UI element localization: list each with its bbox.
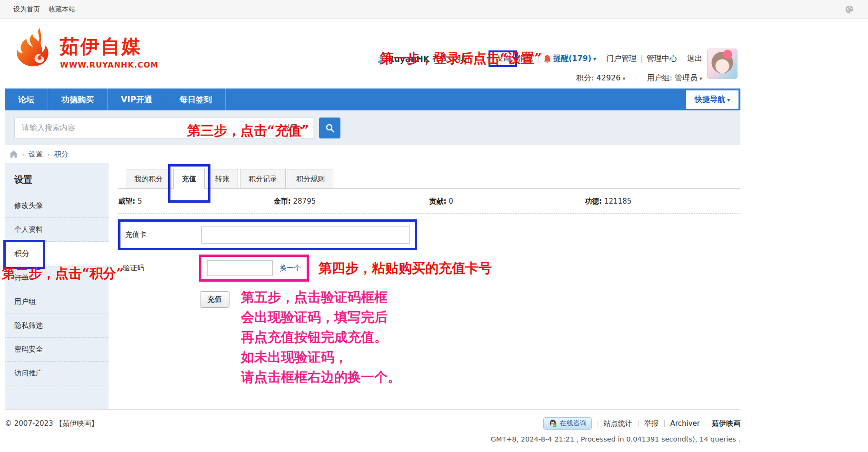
sidebar-item-orders[interactable]: 订单 [5, 266, 109, 290]
search-box: 帖子 [14, 118, 313, 138]
annotation-step5: 第五步，点击验证码框框 会出现验证码，填写完后 再点充值按钮完成充值。 如未出现… [241, 287, 401, 387]
logo-url: WWW.RUYANHK.COM [60, 60, 159, 69]
main-nav: 论坛 功德购买 VIP开通 每日签到 快捷导航 [5, 88, 740, 110]
sidebar-item-promotion[interactable]: 访问推广 [5, 362, 109, 385]
settings-link[interactable]: 设置 [489, 50, 517, 67]
submit-row: 充值 第五步，点击验证码框框 会出现验证码，填写完后 再点充值按钮完成充值。 如… [118, 291, 740, 387]
online-status: 在线 [432, 54, 448, 64]
sidebar-item-label: 积分 [14, 249, 30, 258]
site-header: 茹伊自媒 WWW.RUYANHK.COM RuyanHK 在线 我的 设置 消息… [5, 19, 740, 88]
sidebar-item-password-security[interactable]: 密码安全 [5, 338, 109, 362]
divider [452, 55, 453, 63]
stat-value: 28795 [293, 197, 316, 206]
annotation-step5-line: 第五步，点击验证码框框 [241, 287, 401, 307]
sidebar-item-avatar[interactable]: 修改头像 [5, 194, 109, 218]
credit-stats: 威望: 5 金币: 28795 贡献: 0 功德: 121185 [118, 189, 740, 214]
bookmark-site-link[interactable]: 收藏本站 [49, 5, 75, 14]
usergroup-menu[interactable]: 用户组: 管理员 [647, 73, 702, 83]
tab-credit-log[interactable]: 积分记录 [240, 169, 286, 189]
divider [638, 420, 639, 427]
admin-center-link[interactable]: 管理中心 [647, 54, 677, 64]
settings-sidebar: 设置 修改头像 个人资料 积分 订单 用户组 隐私筛选 密码安全 访问推广 [5, 163, 109, 409]
credits-menu[interactable]: 积分: 42926 [576, 73, 625, 83]
breadcrumb-separator: › [22, 151, 24, 158]
recharge-submit-button[interactable]: 充值 [200, 291, 229, 308]
stat-label: 威望: [118, 197, 135, 206]
sidebar-item-profile[interactable]: 个人资料 [5, 218, 109, 242]
sidebar-item-usergroup[interactable]: 用户组 [5, 290, 109, 314]
breadcrumb-settings[interactable]: 设置 [29, 150, 43, 159]
captcha-input[interactable] [207, 260, 273, 276]
stat-merit: 功德: 121185 [585, 197, 740, 206]
annotation-step5-line: 如未出现验证码， [241, 347, 401, 367]
stat-label: 功德: [585, 197, 602, 206]
annotation-step5-line: 会出现验证码，填写完后 [241, 307, 401, 327]
tab-my-credits[interactable]: 我的积分 [126, 169, 171, 189]
footer-links: 在线咨询 站点统计 举报 Archiver 茹伊映画 [543, 417, 740, 430]
tab-transfer[interactable]: 转账 [207, 169, 238, 189]
change-captcha-link[interactable]: 换一个 [279, 264, 301, 273]
stat-value: 121185 [604, 197, 631, 206]
search-button[interactable] [319, 118, 340, 138]
breadcrumb: › 设置 › 积分 [5, 145, 740, 163]
stat-value: 5 [138, 197, 142, 206]
report-link[interactable]: 举报 [644, 419, 658, 428]
nav-item-merit-shop[interactable]: 功德购买 [48, 88, 108, 110]
stat-label: 金币: [274, 197, 291, 206]
divider [482, 55, 483, 63]
logo-title: 茹伊自媒 [60, 33, 159, 59]
stat-label: 贡献: [429, 197, 447, 206]
nav-item-forum[interactable]: 论坛 [5, 88, 48, 110]
annotation-step5-line: 请点击框框右边的换一个。 [241, 367, 401, 387]
tab-recharge[interactable]: 充值 [173, 169, 205, 189]
search-icon [325, 123, 335, 133]
nav-item-vip[interactable]: VIP开通 [108, 88, 166, 110]
recharge-card-label: 充值卡 [125, 230, 201, 239]
tab-credit-rules[interactable]: 积分规则 [288, 169, 333, 189]
footer-brand-link[interactable]: 茹伊映画 [712, 419, 740, 428]
site-logo[interactable]: 茹伊自媒 WWW.RUYANHK.COM [15, 26, 159, 77]
messages-link[interactable]: 消息 [518, 54, 533, 64]
online-service-badge[interactable]: 在线咨询 [543, 417, 592, 430]
footer: © 2007-2023 【茹伊映画】 在线咨询 站点统计 举报 Archive [5, 409, 740, 443]
stat-prestige: 威望: 5 [118, 197, 274, 206]
divider [664, 420, 665, 427]
site-stats-link[interactable]: 站点统计 [604, 419, 632, 428]
logout-link[interactable]: 退出 [687, 54, 702, 64]
breadcrumb-credits[interactable]: 积分 [54, 150, 68, 159]
annotation-step5-line: 再点充值按钮完成充值。 [241, 327, 401, 347]
nav-item-daily-signin[interactable]: 每日签到 [166, 88, 226, 110]
search-type-select[interactable]: 帖子 [273, 118, 313, 138]
set-homepage-link[interactable]: 设为首页 [13, 5, 40, 14]
breadcrumb-separator: › [47, 151, 50, 158]
credits-content: 我的积分 充值 转账 积分记录 积分规则 威望: 5 金币: 28795 贡献:… [109, 163, 740, 409]
portal-admin-link[interactable]: 门户管理 [606, 54, 637, 64]
sidebar-item-privacy[interactable]: 隐私筛选 [5, 314, 109, 338]
divider [598, 420, 598, 427]
divider [682, 55, 682, 63]
divider [538, 55, 539, 63]
qq-service-icon [549, 419, 557, 428]
sidebar-title: 设置 [5, 163, 109, 194]
notifications-link[interactable]: 提醒(179) [553, 54, 596, 64]
my-menu[interactable]: 我的 [458, 54, 478, 64]
divider [601, 55, 601, 63]
sidebar-item-credits[interactable]: 积分 [5, 242, 109, 266]
quick-nav-button[interactable]: 快捷导航 [686, 90, 738, 109]
search-input[interactable] [15, 124, 273, 132]
username[interactable]: RuyanHK [388, 54, 429, 64]
credits-tabs: 我的积分 充值 转账 积分记录 积分规则 [118, 169, 740, 189]
archiver-link[interactable]: Archiver [670, 419, 700, 428]
avatar[interactable] [707, 49, 738, 79]
credit-toolbar: 积分: 42926 用户组: 管理员 [576, 73, 702, 83]
annotation-box-captcha: 换一个 [199, 255, 309, 282]
user-icon [377, 55, 386, 63]
recharge-card-input[interactable] [201, 226, 410, 244]
stat-value: 0 [449, 197, 453, 206]
stat-gold: 金币: 28795 [274, 197, 429, 206]
captcha-label: 验证码 [118, 264, 199, 273]
top-utility-bar: 设为首页 收藏本站 [0, 0, 868, 19]
style-switch-palette-icon[interactable] [844, 4, 855, 15]
home-icon[interactable] [10, 150, 18, 158]
bell-icon [543, 55, 551, 63]
